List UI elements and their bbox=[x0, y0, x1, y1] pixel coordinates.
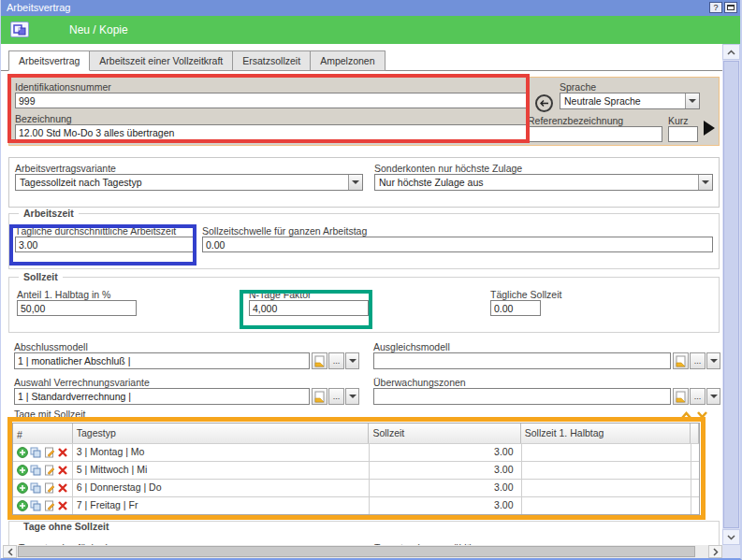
arbeitsvertragsvariante-value: Tagessollzeit nach Tagestyp bbox=[20, 177, 142, 188]
edit-row-icon[interactable] bbox=[43, 500, 54, 512]
kurz-input[interactable] bbox=[668, 126, 698, 142]
tab-strip: Arbeitsvertrag Arbeitszeit einer Vollzei… bbox=[8, 50, 386, 71]
sollzeit-cell[interactable]: 3.00 bbox=[370, 444, 522, 461]
ueberwachungszonen-dropdown-icon[interactable] bbox=[706, 388, 720, 405]
ueberwachungszonen-lookup-icon[interactable] bbox=[673, 388, 689, 405]
anteil-halbtag-label: Anteil 1. Halbtag in % bbox=[17, 289, 110, 300]
copy-row-icon[interactable] bbox=[30, 482, 41, 495]
ausgleichsmodell-input[interactable] bbox=[373, 352, 671, 369]
sonderkonten-dropdown-icon[interactable] bbox=[698, 175, 712, 190]
copy-row-icon[interactable] bbox=[30, 447, 41, 459]
delete-row-icon[interactable] bbox=[57, 500, 68, 512]
sollzeit-halbtag-cell[interactable] bbox=[522, 462, 692, 479]
next-arrow-icon[interactable] bbox=[704, 121, 715, 136]
sollzeit-halbtag-cell[interactable] bbox=[522, 444, 692, 461]
tagestyp-cell[interactable]: 3 | Montag | Mo bbox=[73, 444, 370, 461]
delete-row-icon[interactable] bbox=[57, 447, 68, 459]
copy-row-icon[interactable] bbox=[30, 465, 41, 477]
scroll-up-icon[interactable] bbox=[722, 44, 740, 60]
move-up-icon[interactable] bbox=[680, 407, 692, 424]
sollzeitschwelle-input[interactable] bbox=[202, 237, 713, 252]
referenzbezeichnung-input[interactable] bbox=[528, 126, 662, 142]
sonderkonten-select[interactable]: Nur höchste Zulage aus bbox=[374, 174, 713, 191]
tab-ampelzonen[interactable]: Ampelzonen bbox=[311, 50, 385, 71]
back-arrow-button[interactable] bbox=[535, 94, 553, 112]
sollzeitschwelle-label: Sollzeitschwelle für ganzen Arbeitstag bbox=[202, 225, 367, 237]
tab-ersatzsollzeit[interactable]: Ersatzsollzeit bbox=[233, 50, 311, 71]
sollzeit-cell[interactable]: 3.00 bbox=[370, 497, 522, 514]
edit-row-icon[interactable] bbox=[43, 447, 54, 459]
abschlussmodell-input[interactable] bbox=[14, 352, 310, 369]
abschlussmodell-browse-button[interactable]: ... bbox=[328, 352, 344, 369]
horizontal-scrollbar[interactable] bbox=[3, 545, 722, 558]
sprache-dropdown-icon[interactable] bbox=[685, 93, 699, 108]
tagestyp-cell[interactable]: 7 | Freitag | Fr bbox=[73, 497, 370, 514]
ausgleichsmodell-dropdown-icon[interactable] bbox=[706, 352, 720, 369]
tab-arbeitsvertrag[interactable]: Arbeitsvertrag bbox=[8, 50, 90, 71]
sprache-select[interactable]: Neutrale Sprache bbox=[560, 93, 700, 109]
taegliche-arbeitszeit-input[interactable] bbox=[15, 237, 195, 252]
copy-record-icon[interactable] bbox=[10, 22, 29, 37]
col-header-hash[interactable]: # bbox=[13, 424, 73, 443]
ueberwachungszonen-label: Überwachungszonen bbox=[373, 377, 466, 388]
arbeitsvertragsvariante-select[interactable]: Tagessollzeit nach Tagestyp bbox=[15, 174, 363, 191]
tagestyp-cell[interactable]: 6 | Donnerstag | Do bbox=[73, 480, 370, 496]
table-row[interactable]: 6 | Donnerstag | Do 3.00 bbox=[13, 479, 699, 496]
n-tage-faktor-input[interactable] bbox=[249, 300, 369, 316]
identifikationsnummer-input[interactable] bbox=[15, 93, 528, 108]
tagestyp-cell[interactable]: 5 | Mittwoch | Mi bbox=[73, 462, 370, 479]
abschlussmodell-dropdown-icon[interactable] bbox=[345, 352, 359, 369]
sollzeit-cell[interactable]: 3.00 bbox=[370, 480, 522, 496]
col-header-sollzeit[interactable]: Sollzeit bbox=[369, 424, 520, 443]
table-row[interactable]: 5 | Mittwoch | Mi 3.00 bbox=[13, 461, 699, 479]
abschlussmodell-lookup-icon[interactable] bbox=[312, 352, 327, 369]
col-header-sollzeit-halbtag[interactable]: Sollzeit 1. Halbtag bbox=[521, 424, 691, 443]
arbeitsvertragsvariante-dropdown-icon[interactable] bbox=[348, 175, 362, 190]
add-row-icon[interactable] bbox=[17, 482, 28, 495]
table-row[interactable]: 3 | Montag | Mo 3.00 bbox=[13, 443, 699, 461]
delete-row-icon[interactable] bbox=[57, 465, 68, 477]
maximize-button[interactable] bbox=[724, 2, 737, 13]
sollzeit-halbtag-cell[interactable] bbox=[522, 480, 692, 496]
sonderkonten-value: Nur höchste Zulage aus bbox=[379, 177, 483, 188]
verrechnungsvariante-lookup-icon[interactable] bbox=[312, 388, 327, 405]
sollzeit-section: Sollzeit Anteil 1. Halbtag in % N-Tage F… bbox=[8, 277, 720, 333]
table-row[interactable]: 7 | Freitag | Fr 3.00 bbox=[13, 496, 699, 514]
edit-row-icon[interactable] bbox=[43, 465, 54, 477]
tab-arbeitszeit-vollzeitkraft[interactable]: Arbeitszeit einer Vollzeitkraft bbox=[90, 50, 233, 71]
ausgleichsmodell-browse-button[interactable]: ... bbox=[690, 352, 706, 369]
ausgleichsmodell-field: ... bbox=[373, 352, 721, 369]
scroll-left-icon[interactable] bbox=[3, 545, 17, 558]
verrechnungsvariante-field: ... bbox=[14, 388, 360, 405]
add-row-icon[interactable] bbox=[17, 500, 28, 512]
variant-section: Arbeitsvertragsvariante Tagessollzeit na… bbox=[8, 157, 720, 208]
add-row-icon[interactable] bbox=[17, 447, 28, 459]
scrollbar-corner bbox=[722, 545, 740, 558]
anteil-halbtag-input[interactable] bbox=[17, 300, 137, 316]
ueberwachungszonen-input[interactable] bbox=[373, 388, 671, 405]
verrechnungsvariante-browse-button[interactable]: ... bbox=[328, 388, 344, 405]
add-row-icon[interactable] bbox=[17, 465, 28, 477]
taegliche-sollzeit-input[interactable] bbox=[490, 300, 541, 316]
mode-title: Neu / Kopie bbox=[69, 23, 128, 36]
scroll-down-icon[interactable] bbox=[722, 529, 740, 545]
help-button[interactable]: ? bbox=[709, 2, 722, 13]
delete-row-icon[interactable] bbox=[57, 482, 68, 495]
verrechnungsvariante-input[interactable] bbox=[14, 388, 310, 405]
ueberwachungszonen-browse-button[interactable]: ... bbox=[690, 388, 706, 405]
move-down-icon[interactable] bbox=[696, 407, 708, 424]
vertical-scrollbar-thumb[interactable] bbox=[723, 61, 739, 528]
horizontal-scrollbar-thumb[interactable] bbox=[18, 546, 695, 557]
sollzeit-cell[interactable]: 3.00 bbox=[370, 462, 522, 479]
sprache-label: Sprache bbox=[560, 81, 596, 93]
vertical-scrollbar[interactable] bbox=[722, 44, 740, 545]
copy-row-icon[interactable] bbox=[30, 500, 41, 512]
sollzeit-halbtag-cell[interactable] bbox=[522, 497, 692, 514]
kurz-label: Kurz bbox=[668, 115, 689, 126]
ausgleichsmodell-lookup-icon[interactable] bbox=[673, 352, 689, 369]
verrechnungsvariante-dropdown-icon[interactable] bbox=[345, 388, 359, 405]
col-header-tagestyp[interactable]: Tagestyp bbox=[73, 424, 370, 443]
edit-row-icon[interactable] bbox=[43, 482, 54, 495]
bezeichnung-input[interactable] bbox=[15, 124, 528, 140]
scroll-right-icon[interactable] bbox=[708, 545, 722, 558]
